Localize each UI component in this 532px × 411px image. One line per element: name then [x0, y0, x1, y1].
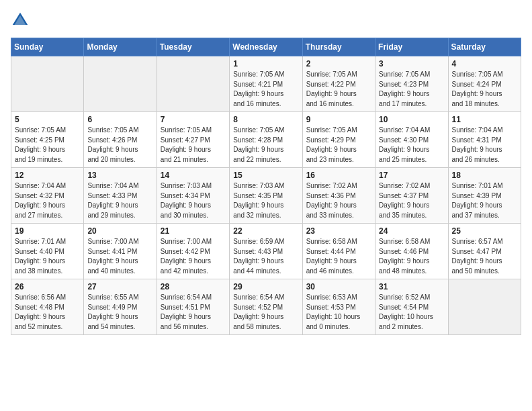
day-info: Sunrise: 6:57 AM Sunset: 4:47 PM Dayligh…: [452, 237, 517, 276]
calendar-cell: 23Sunrise: 6:58 AM Sunset: 4:44 PM Dayli…: [302, 224, 375, 279]
day-number: 24: [379, 226, 444, 236]
header-day-saturday: Saturday: [448, 38, 521, 56]
day-info: Sunrise: 6:55 AM Sunset: 4:49 PM Dayligh…: [87, 293, 152, 332]
day-number: 12: [15, 171, 80, 180]
day-info: Sunrise: 7:04 AM Sunset: 4:32 PM Dayligh…: [15, 181, 80, 220]
day-info: Sunrise: 7:04 AM Sunset: 4:31 PM Dayligh…: [452, 126, 517, 165]
calendar-week-3: 12Sunrise: 7:04 AM Sunset: 4:32 PM Dayli…: [11, 168, 521, 224]
calendar-week-5: 26Sunrise: 6:56 AM Sunset: 4:48 PM Dayli…: [11, 279, 521, 335]
header-day-sunday: Sunday: [11, 38, 84, 56]
calendar-cell: 4Sunrise: 7:05 AM Sunset: 4:24 PM Daylig…: [448, 56, 521, 112]
calendar-cell: 6Sunrise: 7:05 AM Sunset: 4:26 PM Daylig…: [84, 112, 157, 168]
day-info: Sunrise: 6:58 AM Sunset: 4:46 PM Dayligh…: [379, 237, 444, 276]
calendar-cell: 13Sunrise: 7:04 AM Sunset: 4:33 PM Dayli…: [84, 168, 157, 224]
calendar-cell: 15Sunrise: 7:03 AM Sunset: 4:35 PM Dayli…: [230, 168, 302, 224]
calendar-cell: 25Sunrise: 6:57 AM Sunset: 4:47 PM Dayli…: [448, 224, 521, 279]
calendar-cell: 1Sunrise: 7:05 AM Sunset: 4:21 PM Daylig…: [230, 56, 302, 112]
calendar-cell: 2Sunrise: 7:05 AM Sunset: 4:22 PM Daylig…: [302, 56, 375, 112]
day-info: Sunrise: 7:05 AM Sunset: 4:28 PM Dayligh…: [233, 126, 298, 165]
calendar-cell: 5Sunrise: 7:05 AM Sunset: 4:25 PM Daylig…: [11, 112, 84, 168]
calendar-cell: 29Sunrise: 6:54 AM Sunset: 4:52 PM Dayli…: [230, 279, 302, 335]
calendar-cell: 9Sunrise: 7:05 AM Sunset: 4:29 PM Daylig…: [302, 112, 375, 168]
day-number: 30: [306, 282, 371, 291]
day-number: 19: [15, 226, 80, 236]
day-number: 25: [452, 226, 517, 236]
day-info: Sunrise: 7:04 AM Sunset: 4:33 PM Dayligh…: [87, 181, 152, 220]
calendar-header-row: SundayMondayTuesdayWednesdayThursdayFrid…: [11, 38, 521, 56]
day-info: Sunrise: 7:05 AM Sunset: 4:22 PM Dayligh…: [306, 70, 371, 109]
day-info: Sunrise: 7:05 AM Sunset: 4:29 PM Dayligh…: [306, 126, 371, 165]
day-info: Sunrise: 7:02 AM Sunset: 4:37 PM Dayligh…: [379, 181, 444, 220]
day-number: 18: [452, 171, 517, 180]
calendar-cell: 17Sunrise: 7:02 AM Sunset: 4:37 PM Dayli…: [375, 168, 448, 224]
day-number: 3: [379, 59, 444, 68]
header-day-thursday: Thursday: [302, 38, 375, 56]
day-number: 20: [87, 226, 152, 236]
day-number: 13: [87, 171, 152, 180]
day-info: Sunrise: 7:05 AM Sunset: 4:21 PM Dayligh…: [233, 70, 298, 109]
day-info: Sunrise: 6:53 AM Sunset: 4:53 PM Dayligh…: [306, 293, 371, 332]
day-number: 10: [379, 115, 444, 124]
calendar-cell: 27Sunrise: 6:55 AM Sunset: 4:49 PM Dayli…: [84, 279, 157, 335]
day-info: Sunrise: 6:56 AM Sunset: 4:48 PM Dayligh…: [15, 293, 80, 332]
calendar-week-1: 1Sunrise: 7:05 AM Sunset: 4:21 PM Daylig…: [11, 56, 521, 112]
day-number: 8: [233, 115, 298, 124]
calendar-cell: 7Sunrise: 7:05 AM Sunset: 4:27 PM Daylig…: [157, 112, 229, 168]
calendar-cell: 26Sunrise: 6:56 AM Sunset: 4:48 PM Dayli…: [11, 279, 84, 335]
calendar-cell: 3Sunrise: 7:05 AM Sunset: 4:23 PM Daylig…: [375, 56, 448, 112]
day-number: 28: [161, 282, 226, 291]
calendar-cell: 30Sunrise: 6:53 AM Sunset: 4:53 PM Dayli…: [302, 279, 375, 335]
day-number: 17: [379, 171, 444, 180]
day-info: Sunrise: 7:00 AM Sunset: 4:41 PM Dayligh…: [87, 237, 152, 276]
calendar-cell: [157, 56, 229, 112]
day-info: Sunrise: 6:54 AM Sunset: 4:52 PM Dayligh…: [233, 293, 298, 332]
day-number: 4: [452, 59, 517, 68]
day-info: Sunrise: 7:03 AM Sunset: 4:34 PM Dayligh…: [161, 181, 226, 220]
day-info: Sunrise: 7:05 AM Sunset: 4:23 PM Dayligh…: [379, 70, 444, 109]
header-day-friday: Friday: [375, 38, 448, 56]
calendar-cell: 22Sunrise: 6:59 AM Sunset: 4:43 PM Dayli…: [230, 224, 302, 279]
calendar-table: SundayMondayTuesdayWednesdayThursdayFrid…: [11, 38, 521, 335]
day-number: 15: [233, 171, 298, 180]
day-info: Sunrise: 6:52 AM Sunset: 4:54 PM Dayligh…: [379, 293, 444, 332]
page-header: [11, 11, 521, 30]
calendar-cell: 12Sunrise: 7:04 AM Sunset: 4:32 PM Dayli…: [11, 168, 84, 224]
calendar-cell: [448, 279, 521, 335]
calendar-cell: 14Sunrise: 7:03 AM Sunset: 4:34 PM Dayli…: [157, 168, 229, 224]
day-number: 14: [161, 171, 226, 180]
day-number: 22: [233, 226, 298, 236]
calendar-cell: 18Sunrise: 7:01 AM Sunset: 4:39 PM Dayli…: [448, 168, 521, 224]
day-info: Sunrise: 7:03 AM Sunset: 4:35 PM Dayligh…: [233, 181, 298, 220]
day-number: 21: [161, 226, 226, 236]
day-number: 2: [306, 59, 371, 68]
day-number: 1: [233, 59, 298, 68]
day-info: Sunrise: 6:54 AM Sunset: 4:51 PM Dayligh…: [161, 293, 226, 332]
day-info: Sunrise: 7:04 AM Sunset: 4:30 PM Dayligh…: [379, 126, 444, 165]
logo-icon: [11, 11, 30, 30]
logo: [11, 11, 32, 30]
day-info: Sunrise: 7:00 AM Sunset: 4:42 PM Dayligh…: [161, 237, 226, 276]
day-info: Sunrise: 6:59 AM Sunset: 4:43 PM Dayligh…: [233, 237, 298, 276]
header-day-monday: Monday: [84, 38, 157, 56]
day-number: 16: [306, 171, 371, 180]
calendar-cell: 19Sunrise: 7:01 AM Sunset: 4:40 PM Dayli…: [11, 224, 84, 279]
header-day-wednesday: Wednesday: [230, 38, 302, 56]
day-number: 26: [15, 282, 80, 291]
calendar-cell: [84, 56, 157, 112]
day-info: Sunrise: 7:05 AM Sunset: 4:27 PM Dayligh…: [161, 126, 226, 165]
calendar-week-4: 19Sunrise: 7:01 AM Sunset: 4:40 PM Dayli…: [11, 224, 521, 279]
day-number: 5: [15, 115, 80, 124]
day-info: Sunrise: 7:01 AM Sunset: 4:39 PM Dayligh…: [452, 181, 517, 220]
day-number: 27: [87, 282, 152, 291]
day-number: 11: [452, 115, 517, 124]
day-number: 6: [87, 115, 152, 124]
calendar-cell: 16Sunrise: 7:02 AM Sunset: 4:36 PM Dayli…: [302, 168, 375, 224]
day-info: Sunrise: 7:05 AM Sunset: 4:24 PM Dayligh…: [452, 70, 517, 109]
calendar-cell: 21Sunrise: 7:00 AM Sunset: 4:42 PM Dayli…: [157, 224, 229, 279]
day-info: Sunrise: 7:05 AM Sunset: 4:26 PM Dayligh…: [87, 126, 152, 165]
calendar-cell: 20Sunrise: 7:00 AM Sunset: 4:41 PM Dayli…: [84, 224, 157, 279]
day-number: 31: [379, 282, 444, 291]
day-number: 29: [233, 282, 298, 291]
calendar-cell: 8Sunrise: 7:05 AM Sunset: 4:28 PM Daylig…: [230, 112, 302, 168]
day-number: 7: [161, 115, 226, 124]
